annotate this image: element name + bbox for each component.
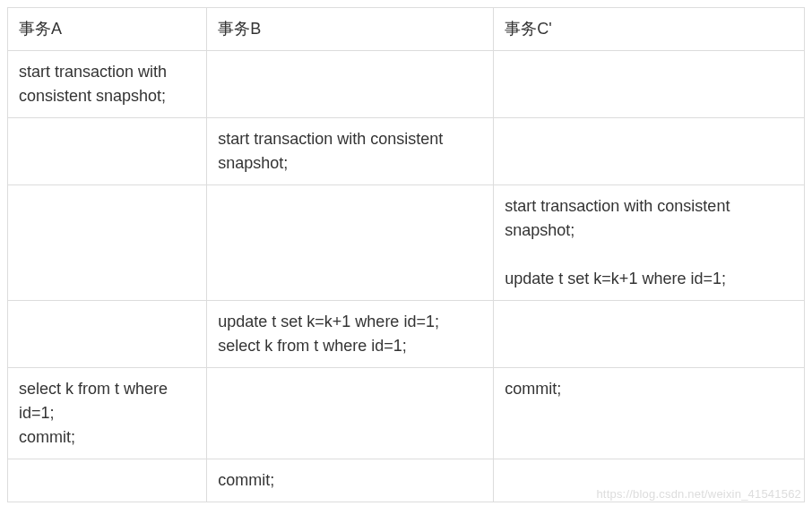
table-row: update t set k=k+1 where id=1; select k … (8, 301, 805, 368)
cell-c (494, 459, 805, 502)
cell-c (494, 51, 805, 118)
cell-b (207, 368, 494, 459)
cell-c (494, 301, 805, 368)
cell-b: update t set k=k+1 where id=1; select k … (207, 301, 494, 368)
table-row: commit; (8, 459, 805, 502)
cell-b (207, 185, 494, 301)
cell-a (8, 301, 207, 368)
header-col-b: 事务B (207, 8, 494, 51)
table-header-row: 事务A 事务B 事务C' (8, 8, 805, 51)
cell-a: select k from t where id=1; commit; (8, 368, 207, 459)
header-col-c: 事务C' (494, 8, 805, 51)
cell-c: start transaction with consistent snapsh… (494, 185, 805, 301)
cell-a (8, 459, 207, 502)
table-row: start transaction with consistent snapsh… (8, 118, 805, 185)
cell-a: start transaction with consistent snapsh… (8, 51, 207, 118)
cell-b: commit; (207, 459, 494, 502)
table-row: start transaction with consistent snapsh… (8, 51, 805, 118)
table-row: start transaction with consistent snapsh… (8, 185, 805, 301)
transaction-table: 事务A 事务B 事务C' start transaction with cons… (7, 7, 805, 502)
table-row: select k from t where id=1; commit; comm… (8, 368, 805, 459)
cell-b (207, 51, 494, 118)
cell-a (8, 118, 207, 185)
cell-b: start transaction with consistent snapsh… (207, 118, 494, 185)
cell-c (494, 118, 805, 185)
cell-a (8, 185, 207, 301)
cell-c: commit; (494, 368, 805, 459)
header-col-a: 事务A (8, 8, 207, 51)
